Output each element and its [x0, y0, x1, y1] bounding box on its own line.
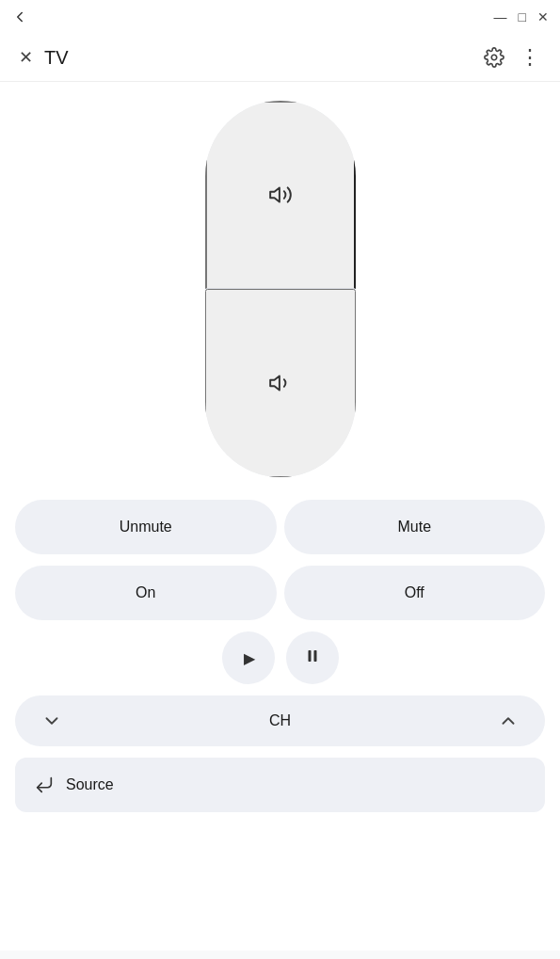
- pause-button[interactable]: [286, 631, 339, 684]
- window-controls: — □ ✕: [494, 9, 549, 24]
- back-button[interactable]: [11, 8, 28, 25]
- main-content: Unmute Mute On Off ▶ CH: [0, 82, 560, 951]
- more-options-button[interactable]: ⋮: [520, 45, 541, 70]
- header-left: ✕ TV: [19, 47, 69, 69]
- page-title: TV: [44, 47, 69, 69]
- mute-row: Unmute Mute: [15, 500, 545, 554]
- header-close-button[interactable]: ✕: [19, 47, 33, 68]
- svg-rect-3: [308, 650, 311, 662]
- unmute-button[interactable]: Unmute: [15, 500, 277, 554]
- power-row: On Off: [15, 566, 545, 620]
- play-pause-row: ▶: [15, 631, 545, 684]
- channel-label: CH: [269, 712, 291, 729]
- volume-up-icon: [268, 183, 293, 207]
- title-bar: — □ ✕: [0, 0, 560, 34]
- volume-down-button[interactable]: [205, 289, 356, 478]
- volume-down-icon: [268, 371, 293, 395]
- minimize-button[interactable]: —: [494, 9, 507, 24]
- svg-point-0: [491, 55, 497, 60]
- volume-pill: [205, 101, 356, 477]
- mute-button[interactable]: Mute: [284, 500, 546, 554]
- channel-up-button[interactable]: [498, 711, 519, 731]
- off-button[interactable]: Off: [284, 566, 546, 620]
- play-button[interactable]: ▶: [222, 631, 275, 684]
- close-window-button[interactable]: ✕: [537, 9, 549, 24]
- source-icon: [34, 775, 55, 795]
- svg-marker-2: [270, 376, 280, 390]
- settings-button[interactable]: [484, 47, 504, 68]
- channel-row: CH: [15, 695, 545, 746]
- header: ✕ TV ⋮: [0, 34, 560, 82]
- channel-down-button[interactable]: [41, 711, 62, 731]
- volume-pill-container: [15, 101, 545, 477]
- play-icon: ▶: [244, 649, 255, 667]
- pause-icon: [304, 647, 321, 669]
- source-label: Source: [66, 776, 114, 793]
- source-row[interactable]: Source: [15, 758, 545, 812]
- volume-up-button[interactable]: [205, 101, 356, 289]
- maximize-button[interactable]: □: [519, 9, 526, 24]
- svg-marker-1: [270, 188, 280, 202]
- header-right: ⋮: [484, 45, 541, 70]
- svg-rect-4: [313, 650, 316, 662]
- on-button[interactable]: On: [15, 566, 277, 620]
